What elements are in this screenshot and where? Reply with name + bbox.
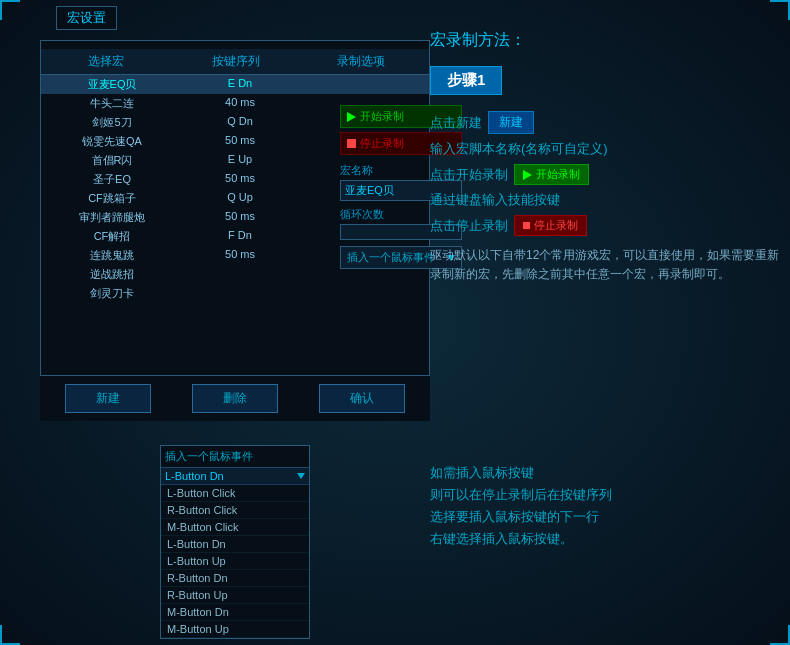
line3-text: 点击开始录制 [430,166,508,184]
line2-text: 输入宏脚本名称(名称可自定义) [430,140,608,158]
stop-record-inline[interactable]: 停止录制 [514,215,587,236]
mouse-current-value: L-Button Dn [165,470,297,482]
mouse-list-item[interactable]: M-Button Dn [161,604,309,621]
mouse-events-panel: 插入一个鼠标事件 L-Button Dn L-Button ClickR-But… [160,445,310,639]
panel-title: 宏设置 [56,6,117,30]
new-inline-button[interactable]: 新建 [488,111,534,134]
col-options-header: 录制选项 [301,53,421,70]
instruction-line-1: 点击新建 新建 [430,111,780,134]
start-record-label: 开始录制 [360,109,404,124]
instruction-line-4: 通过键盘输入技能按键 [430,191,780,209]
stop-record-label: 停止录制 [360,136,404,151]
insert-label: 插入一个鼠标事件 [347,250,435,265]
macro-row[interactable]: 剑灵刀卡 [41,284,429,303]
col-keys-header: 按键序列 [171,53,301,70]
col-macro-header: 选择宏 [41,53,171,70]
stop-icon-2 [523,222,530,229]
mouse-panel-title: 插入一个鼠标事件 [161,446,309,468]
line4-text: 通过键盘输入技能按键 [430,191,560,209]
play-icon-2 [523,170,532,180]
step-badge: 步骤1 [430,66,502,95]
play-icon [347,112,356,122]
instruction-line-2: 输入宏脚本名称(名称可自定义) [430,140,780,158]
stop-icon [347,139,356,148]
line5-text: 点击停止录制 [430,217,508,235]
stop-btn-label: 停止录制 [534,218,578,233]
right-title: 宏录制方法： [430,30,780,51]
mouse-list-item[interactable]: R-Button Up [161,587,309,604]
bottom-buttons: 新建 删除 确认 [40,375,430,421]
mouse-list-item[interactable]: M-Button Up [161,621,309,638]
mouse-list-item[interactable]: R-Button Dn [161,570,309,587]
right-panel: 宏录制方法： 步骤1 点击新建 新建 输入宏脚本名称(名称可自定义) 点击开始录… [430,30,780,284]
mouse-list-item[interactable]: L-Button Dn [161,536,309,553]
confirm-button[interactable]: 确认 [319,384,405,413]
rb-line3: 选择要插入鼠标按键的下一行 [430,508,780,526]
right-bottom-panel: 如需插入鼠标按键 则可以在停止录制后在按键序列 选择要插入鼠标按键的下一行 右键… [430,460,780,552]
macro-panel: 选择宏 按键序列 录制选项 亚麦EQ贝 E Dn 牛头二连 40 ms 剑姬5刀… [40,40,430,400]
rb-line2: 则可以在停止录制后在按键序列 [430,486,780,504]
start-record-inline[interactable]: 开始录制 [514,164,589,185]
line1-text: 点击新建 [430,114,482,132]
mouse-list-item[interactable]: L-Button Up [161,553,309,570]
mouse-list-item[interactable]: L-Button Click [161,485,309,502]
start-btn-label: 开始录制 [536,167,580,182]
rb-line3-text: 选择要插入鼠标按键的下一行 [430,508,599,526]
rb-line4: 右键选择插入鼠标按键。 [430,530,780,548]
new-button[interactable]: 新建 [65,384,151,413]
description-text: 驱动默认以下自带12个常用游戏宏，可以直接使用，如果需要重新录制新的宏，先删除之… [430,246,780,284]
table-header: 选择宏 按键序列 录制选项 [41,49,429,75]
mouse-list-item[interactable]: R-Button Click [161,502,309,519]
rb-line1: 如需插入鼠标按键 [430,464,780,482]
mouse-select-row[interactable]: L-Button Dn [161,468,309,485]
macro-row[interactable]: 亚麦EQ贝 E Dn [41,75,429,94]
mouse-list-item[interactable]: M-Button Click [161,519,309,536]
rb-line4-text: 右键选择插入鼠标按键。 [430,530,573,548]
rb-line2-text: 则可以在停止录制后在按键序列 [430,486,612,504]
instruction-line-3: 点击开始录制 开始录制 [430,164,780,185]
rb-line1-text: 如需插入鼠标按键 [430,464,534,482]
mouse-dropdown-arrow-icon[interactable] [297,473,305,479]
mouse-list: L-Button ClickR-Button ClickM-Button Cli… [161,485,309,638]
instruction-line-5: 点击停止录制 停止录制 [430,215,780,236]
delete-button[interactable]: 删除 [192,384,278,413]
